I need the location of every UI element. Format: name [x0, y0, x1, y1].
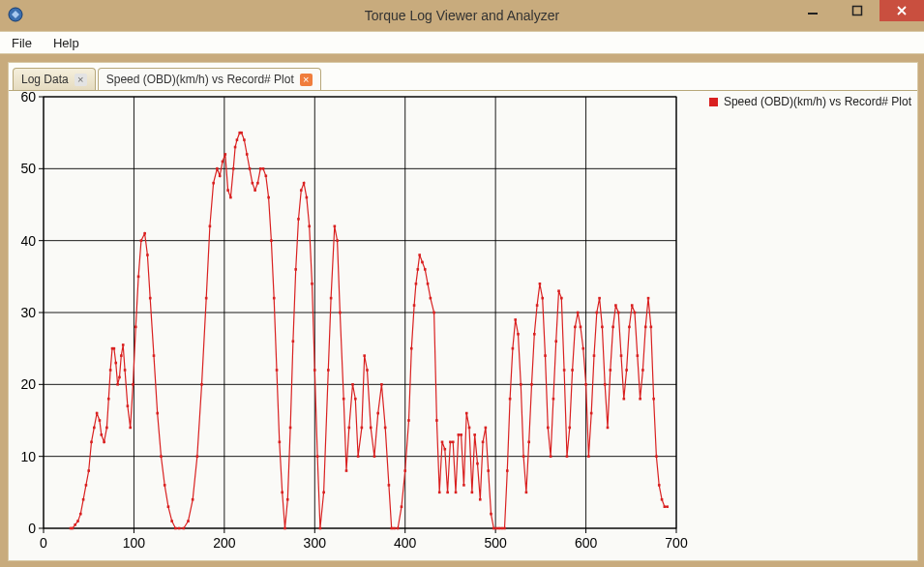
svg-rect-134 — [308, 225, 311, 228]
tabstrip: Log Data × Speed (OBD)(km/h) vs Record# … — [9, 63, 917, 90]
svg-rect-253 — [644, 326, 647, 329]
plot-area: 01002003004005006007000102030405060 Spee… — [9, 90, 917, 560]
svg-rect-227 — [574, 326, 577, 329]
svg-rect-206 — [517, 333, 520, 336]
svg-rect-67 — [113, 347, 116, 350]
chart: 01002003004005006007000102030405060 — [9, 91, 899, 555]
svg-rect-260 — [664, 505, 667, 508]
svg-rect-237 — [601, 326, 604, 329]
svg-rect-208 — [522, 455, 525, 458]
svg-rect-180 — [446, 492, 449, 494]
svg-rect-234 — [593, 354, 596, 357]
maximize-button[interactable] — [835, 0, 879, 21]
svg-rect-178 — [441, 441, 444, 444]
svg-rect-240 — [609, 369, 611, 372]
tab-speed-plot[interactable]: Speed (OBD)(km/h) vs Record# Plot × — [98, 68, 321, 91]
svg-rect-133 — [306, 196, 309, 199]
svg-rect-136 — [313, 369, 316, 372]
svg-rect-155 — [373, 455, 376, 458]
svg-rect-217 — [547, 427, 550, 430]
close-icon[interactable]: × — [75, 74, 87, 86]
svg-rect-235 — [595, 312, 598, 314]
svg-rect-84 — [156, 412, 159, 415]
svg-rect-200 — [500, 527, 503, 530]
svg-rect-177 — [438, 492, 441, 494]
svg-rect-121 — [273, 297, 276, 300]
svg-rect-1 — [808, 13, 818, 15]
svg-rect-62 — [103, 441, 105, 444]
svg-rect-144 — [339, 312, 342, 314]
svg-rect-100 — [219, 174, 222, 177]
svg-rect-193 — [482, 441, 485, 444]
svg-rect-147 — [347, 427, 350, 430]
svg-rect-96 — [205, 297, 208, 300]
svg-rect-60 — [99, 419, 102, 422]
svg-rect-209 — [525, 492, 528, 494]
svg-rect-168 — [415, 283, 418, 285]
svg-rect-117 — [262, 167, 265, 170]
svg-rect-72 — [122, 343, 125, 346]
svg-rect-205 — [514, 318, 517, 321]
svg-rect-225 — [568, 427, 571, 430]
svg-rect-71 — [120, 354, 123, 357]
svg-text:60: 60 — [20, 91, 36, 104]
svg-rect-78 — [137, 276, 140, 279]
svg-rect-143 — [336, 239, 339, 242]
svg-rect-138 — [319, 527, 322, 530]
svg-rect-161 — [393, 527, 396, 530]
svg-rect-239 — [607, 427, 610, 430]
svg-rect-157 — [380, 383, 383, 386]
svg-rect-156 — [376, 412, 379, 415]
svg-rect-81 — [146, 254, 149, 256]
svg-text:0: 0 — [28, 521, 36, 536]
tab-log-data[interactable]: Log Data × — [13, 68, 96, 90]
minimize-button[interactable] — [790, 0, 835, 21]
legend: Speed (OBD)(km/h) vs Record# Plot — [709, 95, 911, 108]
svg-rect-130 — [297, 218, 300, 221]
svg-rect-73 — [124, 369, 127, 372]
svg-rect-86 — [164, 484, 166, 487]
tab-label: Log Data — [21, 73, 69, 86]
svg-rect-173 — [427, 283, 430, 285]
menu-help[interactable]: Help — [47, 35, 85, 51]
svg-rect-103 — [226, 189, 229, 192]
svg-rect-115 — [256, 182, 259, 185]
svg-rect-79 — [140, 239, 143, 242]
svg-rect-259 — [661, 498, 664, 501]
window-controls — [790, 0, 924, 21]
svg-rect-59 — [96, 412, 99, 415]
svg-rect-76 — [132, 383, 134, 386]
svg-rect-119 — [267, 196, 270, 199]
svg-rect-50 — [72, 527, 75, 530]
svg-rect-220 — [554, 340, 557, 343]
svg-rect-153 — [366, 369, 369, 372]
svg-rect-106 — [234, 146, 237, 149]
svg-rect-250 — [637, 354, 640, 357]
menu-file[interactable]: File — [6, 35, 38, 51]
svg-rect-64 — [107, 398, 110, 401]
svg-rect-190 — [473, 433, 476, 436]
svg-rect-145 — [343, 398, 345, 401]
svg-rect-216 — [544, 354, 547, 357]
svg-text:300: 300 — [304, 535, 327, 551]
svg-rect-226 — [571, 369, 574, 372]
svg-rect-75 — [129, 427, 132, 430]
svg-rect-174 — [430, 297, 432, 300]
svg-rect-218 — [550, 455, 552, 458]
svg-rect-214 — [539, 283, 542, 285]
svg-rect-213 — [536, 304, 539, 307]
close-button[interactable] — [879, 0, 924, 21]
svg-rect-179 — [444, 448, 447, 451]
svg-rect-146 — [345, 469, 348, 472]
svg-rect-197 — [492, 527, 495, 530]
svg-rect-165 — [407, 419, 410, 422]
svg-rect-254 — [647, 297, 650, 300]
svg-rect-118 — [265, 174, 268, 177]
svg-rect-87 — [167, 505, 170, 508]
svg-rect-257 — [655, 455, 658, 458]
svg-rect-183 — [455, 492, 458, 494]
svg-rect-125 — [283, 527, 286, 530]
svg-text:10: 10 — [20, 449, 36, 464]
svg-rect-201 — [503, 527, 506, 530]
close-icon[interactable]: × — [300, 74, 313, 86]
